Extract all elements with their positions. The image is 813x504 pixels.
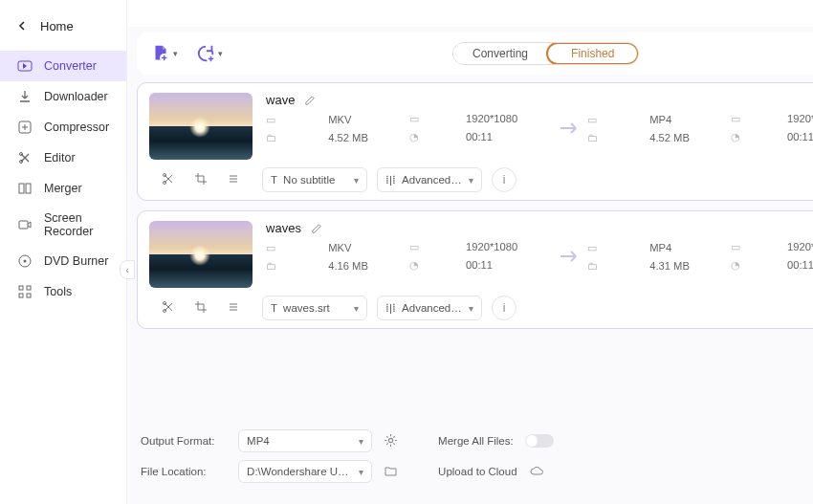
home-nav[interactable]: Home xyxy=(0,13,126,47)
video-icon: ▭ xyxy=(587,242,601,254)
collapse-handle[interactable]: ‹ xyxy=(120,260,135,279)
edit-icon[interactable] xyxy=(304,94,317,106)
more-icon[interactable] xyxy=(227,172,240,188)
svg-point-8 xyxy=(24,260,27,263)
dst-size: 4.52 MB xyxy=(649,132,731,143)
sidebar-item-label: Merger xyxy=(44,182,82,195)
back-icon xyxy=(17,19,27,33)
crop-icon[interactable] xyxy=(194,172,208,188)
arrow-icon xyxy=(553,249,587,264)
audio-icon: ⁞|⁞ xyxy=(385,173,396,186)
svg-rect-11 xyxy=(19,294,23,297)
merger-icon xyxy=(17,181,33,196)
tab-converting[interactable]: Converting xyxy=(453,43,547,64)
dst-res: 1920*1080 xyxy=(787,113,813,125)
src-size: 4.16 MB xyxy=(328,260,409,272)
video-icon: ▭ xyxy=(266,114,279,126)
src-res: 1920*1080 xyxy=(466,241,553,253)
download-icon xyxy=(17,89,33,104)
edit-icon[interactable] xyxy=(311,222,323,234)
sidebar-item-dvd-burner[interactable]: DVD Burner xyxy=(0,246,126,276)
sidebar-item-label: DVD Burner xyxy=(44,254,108,268)
sidebar-item-compressor[interactable]: Compressor xyxy=(0,112,126,142)
audio-value: Advanced Audi... xyxy=(402,174,463,186)
tools-icon xyxy=(17,284,33,299)
file-location-select[interactable]: D:\Wondershare UniConverter 1▾ xyxy=(238,460,372,483)
src-format: MKV xyxy=(328,114,409,126)
editor-icon xyxy=(17,150,33,165)
subtitle-icon: T xyxy=(271,174,277,186)
video-icon: ▭ xyxy=(266,242,279,254)
add-file-button[interactable]: ▾ xyxy=(150,43,178,64)
dst-size: 4.31 MB xyxy=(649,260,731,272)
subtitle-select[interactable]: Twaves.srt▾ xyxy=(262,296,367,320)
dst-dur: 00:11 xyxy=(787,259,813,272)
svg-rect-12 xyxy=(27,294,31,297)
crop-icon[interactable] xyxy=(194,300,208,317)
output-format-value: MP4 xyxy=(247,435,353,447)
merge-label: Merge All Files: xyxy=(438,435,514,447)
sidebar-item-merger[interactable]: Merger xyxy=(0,173,126,204)
output-gear-icon[interactable] xyxy=(384,433,398,449)
subtitle-value: No subtitle xyxy=(283,174,348,186)
chevron-down-icon: ▾ xyxy=(469,303,473,314)
svg-rect-9 xyxy=(19,286,23,290)
sidebar-item-editor[interactable]: Editor xyxy=(0,142,126,173)
folder-icon: 🗀 xyxy=(266,260,279,272)
audio-select[interactable]: ⁞|⁞Advanced Audi...▾ xyxy=(377,296,482,320)
info-icon[interactable]: i xyxy=(492,167,516,192)
chevron-down-icon: ▾ xyxy=(173,49,178,58)
compressor-icon xyxy=(17,120,33,135)
file-list: wave ▭MKV 🗀4.52 MB ▭1920*1080 ◔00:11 xyxy=(127,75,813,337)
sidebar-item-screen-recorder[interactable]: Screen Recorder xyxy=(0,204,126,246)
svg-point-26 xyxy=(388,438,392,442)
sidebar-item-label: Editor xyxy=(44,151,76,164)
chevron-down-icon: ▾ xyxy=(359,467,363,477)
cloud-icon[interactable] xyxy=(529,465,544,478)
sidebar: Home Converter Downloader Compressor Edi… xyxy=(0,0,127,504)
clock-icon: ◔ xyxy=(409,259,423,272)
file-location-label: File Location: xyxy=(141,466,227,477)
clock-icon: ◔ xyxy=(731,131,744,143)
open-folder-icon[interactable] xyxy=(384,464,398,480)
svg-rect-6 xyxy=(19,221,28,229)
sidebar-item-label: Tools xyxy=(44,285,72,298)
folder-icon: 🗀 xyxy=(266,132,279,143)
thumbnail[interactable] xyxy=(149,221,253,288)
output-format-select[interactable]: MP4▾ xyxy=(238,429,372,452)
trim-icon[interactable] xyxy=(162,300,175,317)
sidebar-item-label: Screen Recorder xyxy=(44,211,109,238)
chevron-down-icon: ▾ xyxy=(359,436,363,447)
file-name: wave xyxy=(266,93,295,107)
recorder-icon xyxy=(17,217,33,232)
sidebar-item-downloader[interactable]: Downloader xyxy=(0,81,126,112)
thumbnail[interactable] xyxy=(149,93,253,160)
sidebar-item-tools[interactable]: Tools xyxy=(0,276,126,307)
chevron-down-icon: ▾ xyxy=(354,175,359,186)
folder-icon: 🗀 xyxy=(587,132,601,143)
output-format-label: Output Format: xyxy=(141,435,227,447)
audio-icon: ⁞|⁞ xyxy=(385,301,396,315)
subtitle-value: waves.srt xyxy=(283,302,348,314)
home-label: Home xyxy=(40,19,74,33)
titlebar xyxy=(127,0,813,27)
refresh-add-button[interactable]: ▾ xyxy=(195,43,223,64)
file-location-value: D:\Wondershare UniConverter 1 xyxy=(247,466,353,477)
converter-icon xyxy=(17,58,33,74)
subtitle-select[interactable]: TNo subtitle▾ xyxy=(262,167,367,192)
trim-icon[interactable] xyxy=(162,172,175,188)
bottom-bar: Output Format: MP4▾ Merge All Files: Fil… xyxy=(127,420,813,504)
subtitle-icon: T xyxy=(271,302,277,314)
chevron-down-icon: ▾ xyxy=(354,303,359,314)
info-icon[interactable]: i xyxy=(492,296,516,320)
merge-toggle[interactable] xyxy=(525,434,554,448)
tab-finished[interactable]: Finished xyxy=(546,42,639,65)
audio-select[interactable]: ⁞|⁞Advanced Audi...▾ xyxy=(377,167,482,192)
audio-value: Advanced Audi... xyxy=(402,302,463,314)
sidebar-item-label: Converter xyxy=(44,59,97,73)
sidebar-item-converter[interactable]: Converter xyxy=(0,51,126,81)
resolution-icon: ▭ xyxy=(409,113,423,125)
more-icon[interactable] xyxy=(227,300,240,317)
resolution-icon: ▭ xyxy=(731,241,744,253)
video-icon: ▭ xyxy=(587,114,601,126)
